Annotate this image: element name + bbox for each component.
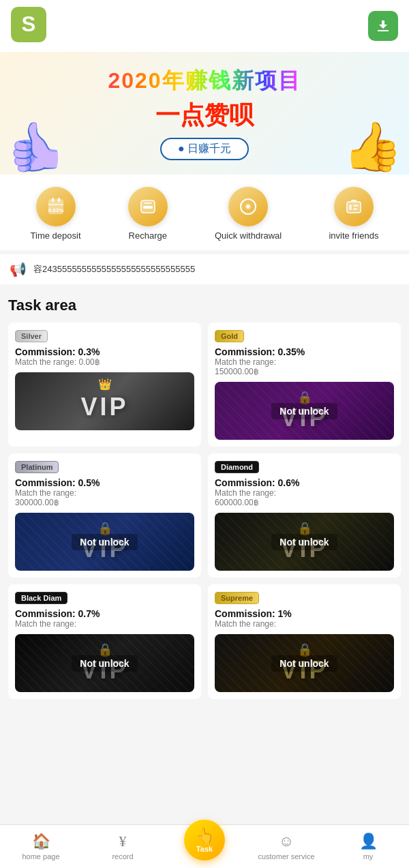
nav-customer-service[interactable]: ☺ customer service bbox=[245, 833, 327, 860]
svg-rect-5 bbox=[58, 198, 60, 202]
nav-customer-service-label: customer service bbox=[258, 852, 314, 860]
not-unlock-supreme: Not unlock bbox=[215, 634, 394, 692]
not-unlock-diamond: Not unlock bbox=[215, 513, 394, 571]
notice-bar: 📢 容2435555555555555555555555555555 bbox=[0, 254, 409, 284]
commission-silver: Commission: 0.3% bbox=[15, 346, 194, 357]
match-range-platinum: Match the range:300000.00฿ bbox=[15, 488, 194, 507]
vip-card-platinum: 🔒 VIP Not unlock bbox=[15, 513, 194, 571]
banner: 👍 2020年赚钱新项目 一点赞呗 ● 日赚千元 👍 bbox=[0, 52, 409, 175]
shopify-logo: S bbox=[11, 7, 46, 45]
nav-home-label: home page bbox=[22, 852, 59, 860]
match-range-gold: Match the range:150000.00฿ bbox=[215, 357, 394, 376]
commission-black-diamond: Commission: 0.7% bbox=[15, 608, 194, 619]
svg-rect-15 bbox=[353, 208, 357, 210]
banner-pill: ● 日赚千元 bbox=[160, 138, 249, 160]
quick-withdrawal-icon bbox=[228, 187, 268, 226]
nav-my[interactable]: 👤 my bbox=[327, 833, 409, 860]
notice-text: 容2435555555555555555555555555555 bbox=[33, 263, 195, 275]
banner-thumb-right: 👍 bbox=[343, 119, 402, 175]
svg-rect-2 bbox=[378, 30, 389, 31]
badge-supreme: Supreme bbox=[215, 592, 259, 604]
match-range-black-diamond: Match the range: bbox=[15, 619, 194, 629]
match-range-supreme: Match the range: bbox=[215, 619, 394, 629]
quick-actions: 0.03% Time deposit Recharge Quick withdr… bbox=[0, 175, 409, 250]
not-unlock-black-diamond: Not unlock bbox=[15, 634, 194, 692]
svg-point-11 bbox=[247, 205, 249, 208]
bottom-nav: 🏠 home page ¥ record 👆 Task ☺ customer s… bbox=[0, 824, 409, 868]
banner-title: 2020年赚钱新项目 bbox=[108, 66, 301, 96]
banner-pill-text: 日赚千元 bbox=[187, 143, 231, 154]
task-card-supreme[interactable]: Supreme Commission: 1% Match the range: … bbox=[208, 584, 401, 699]
banner-subtitle: 一点赞呗 bbox=[155, 99, 254, 132]
invite-friends-icon bbox=[334, 187, 374, 226]
badge-diamond: Diamond bbox=[215, 461, 259, 473]
header: S bbox=[0, 0, 409, 52]
banner-thumb-left: 👍 bbox=[7, 119, 66, 175]
home-icon: 🏠 bbox=[32, 833, 50, 850]
banner-dot: ● bbox=[178, 143, 185, 154]
time-deposit-label: Time deposit bbox=[31, 230, 81, 241]
recharge-icon bbox=[128, 187, 168, 226]
action-time-deposit[interactable]: 0.03% Time deposit bbox=[31, 187, 81, 241]
svg-rect-6 bbox=[48, 204, 63, 205]
vip-card-diamond: 🔒 VIP Not unlock bbox=[215, 513, 394, 571]
svg-rect-4 bbox=[52, 198, 54, 202]
task-area: Task area Silver Commission: 0.3% Match … bbox=[0, 288, 409, 753]
nav-my-label: my bbox=[363, 852, 374, 860]
vip-card-black-diamond: 🔒 VIP Not unlock bbox=[15, 634, 194, 692]
svg-text:0.03%: 0.03% bbox=[48, 207, 63, 213]
recharge-label: Recharge bbox=[129, 230, 167, 241]
badge-gold: Gold bbox=[215, 330, 244, 342]
task-grid: Silver Commission: 0.3% Match the range:… bbox=[8, 323, 401, 699]
vip-card-silver: 👑 VIP bbox=[15, 372, 194, 430]
task-card-diamond[interactable]: Diamond Commission: 0.6% Match the range… bbox=[208, 453, 401, 578]
badge-silver: Silver bbox=[15, 330, 48, 342]
time-deposit-icon: 0.03% bbox=[36, 187, 76, 226]
nav-record[interactable]: ¥ record bbox=[82, 833, 164, 860]
nav-record-label: record bbox=[112, 852, 133, 860]
task-area-title: Task area bbox=[8, 297, 401, 314]
nav-task-label: Task bbox=[196, 845, 213, 853]
vip-text-silver: VIP bbox=[80, 393, 128, 421]
task-icon: 👆 bbox=[196, 827, 214, 845]
quick-withdrawal-label: Quick withdrawal bbox=[215, 230, 282, 241]
vip-card-gold: 🔒 VIP Not unlock bbox=[215, 382, 394, 440]
not-unlock-platinum: Not unlock bbox=[15, 513, 194, 571]
task-card-platinum[interactable]: Platinum Commission: 0.5% Match the rang… bbox=[8, 453, 201, 578]
invite-friends-label: invite friends bbox=[329, 230, 378, 241]
my-icon: 👤 bbox=[359, 833, 378, 850]
action-invite-friends[interactable]: invite friends bbox=[329, 187, 378, 241]
badge-platinum: Platinum bbox=[15, 461, 59, 473]
download-button[interactable] bbox=[368, 11, 398, 41]
match-range-diamond: Match the range:600000.00฿ bbox=[215, 488, 394, 507]
commission-supreme: Commission: 1% bbox=[215, 608, 394, 619]
customer-service-icon: ☺ bbox=[279, 833, 294, 850]
match-range-silver: Match the range: 0.00฿ bbox=[15, 357, 194, 367]
crown-icon-silver: 👑 bbox=[98, 378, 112, 391]
svg-rect-8 bbox=[143, 206, 153, 209]
nav-home[interactable]: 🏠 home page bbox=[0, 833, 82, 860]
commission-platinum: Commission: 0.5% bbox=[15, 477, 194, 488]
vip-card-supreme: 🔒 VIP Not unlock bbox=[215, 634, 394, 692]
task-card-black-diamond[interactable]: Black Diam Commission: 0.7% Match the ra… bbox=[8, 584, 201, 699]
task-card-silver[interactable]: Silver Commission: 0.3% Match the range:… bbox=[8, 323, 201, 447]
svg-rect-13 bbox=[349, 205, 352, 210]
svg-rect-14 bbox=[353, 205, 359, 207]
not-unlock-gold: Not unlock bbox=[215, 382, 394, 440]
task-card-gold[interactable]: Gold Commission: 0.35% Match the range:1… bbox=[208, 323, 401, 447]
action-recharge[interactable]: Recharge bbox=[128, 187, 168, 241]
notice-icon: 📢 bbox=[10, 261, 27, 278]
commission-gold: Commission: 0.35% bbox=[215, 346, 394, 357]
commission-diamond: Commission: 0.6% bbox=[215, 477, 394, 488]
task-button[interactable]: 👆 Task bbox=[184, 820, 225, 860]
record-icon: ¥ bbox=[119, 833, 127, 850]
svg-text:S: S bbox=[22, 12, 36, 36]
action-quick-withdrawal[interactable]: Quick withdrawal bbox=[215, 187, 282, 241]
badge-black-diamond: Black Diam bbox=[15, 592, 67, 604]
nav-task[interactable]: 👆 Task bbox=[164, 833, 245, 860]
